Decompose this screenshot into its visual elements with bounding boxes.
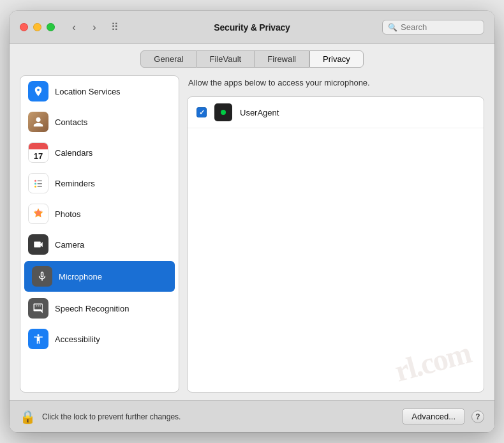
contacts-icon — [28, 112, 48, 132]
apps-list: ✓ UserAgent rl.com — [187, 96, 484, 393]
svg-point-1 — [34, 183, 36, 184]
reminders-label: Reminders — [55, 179, 95, 188]
search-input[interactable] — [401, 22, 478, 32]
sidebar-item-calendars[interactable]: 17 Calendars — [20, 137, 179, 168]
camera-icon — [28, 234, 48, 255]
sidebar-item-contacts[interactable]: Contacts — [20, 107, 179, 137]
tabs-bar: General FileVault Firewall Privacy — [10, 44, 494, 68]
tab-general[interactable]: General — [140, 50, 196, 68]
sidebar-item-accessibility[interactable]: Accessibility — [20, 324, 179, 354]
advanced-button[interactable]: Advanced... — [402, 409, 465, 424]
sidebar-item-speech[interactable]: Speech Recognition — [20, 293, 179, 324]
photos-icon — [28, 204, 48, 224]
minimize-button[interactable] — [33, 23, 41, 31]
watermark: rl.com — [391, 334, 474, 388]
tab-privacy[interactable]: Privacy — [309, 50, 364, 68]
camera-label: Camera — [55, 240, 84, 250]
svg-point-2 — [34, 186, 36, 188]
photos-label: Photos — [55, 209, 80, 219]
traffic-lights — [20, 23, 55, 31]
svg-rect-4 — [38, 183, 43, 184]
sidebar-item-photos[interactable]: Photos — [20, 199, 179, 229]
help-button[interactable]: ? — [471, 410, 484, 423]
lock-icon[interactable]: 🔒 — [20, 409, 36, 424]
svg-point-0 — [34, 180, 36, 182]
accessibility-label: Accessibility — [55, 334, 100, 344]
panel-description: Allow the apps below to access your micr… — [187, 75, 484, 90]
tab-filevault[interactable]: FileVault — [197, 50, 255, 68]
contacts-label: Contacts — [55, 117, 87, 127]
calendars-icon: 17 — [28, 142, 48, 163]
useragent-icon — [214, 103, 232, 121]
footer: 🔒 Click the lock to prevent further chan… — [10, 400, 494, 432]
nav-buttons: ‹ › — [65, 19, 103, 36]
maximize-button[interactable] — [47, 23, 55, 31]
forward-button[interactable]: › — [85, 19, 103, 36]
svg-rect-3 — [38, 181, 43, 182]
main-panel: Allow the apps below to access your micr… — [187, 75, 484, 393]
accessibility-icon — [28, 329, 48, 349]
speech-label: Speech Recognition — [55, 304, 129, 313]
grid-icon[interactable]: ⠿ — [111, 21, 119, 33]
content-area: Location Services Contacts 17 — [10, 68, 494, 400]
window-title: Security & Privacy — [214, 22, 290, 33]
sidebar-item-reminders[interactable]: Reminders — [20, 168, 179, 199]
sidebar-item-camera[interactable]: Camera — [20, 229, 179, 260]
calendars-label: Calendars — [55, 148, 93, 158]
footer-text: Click the lock to prevent further change… — [42, 412, 396, 421]
location-label: Location Services — [55, 87, 121, 96]
reminders-icon — [28, 173, 48, 193]
microphone-icon — [32, 266, 52, 287]
sidebar: Location Services Contacts 17 — [20, 75, 179, 393]
microphone-label: Microphone — [59, 272, 102, 282]
close-button[interactable] — [20, 23, 28, 31]
speech-icon — [28, 298, 48, 319]
svg-rect-5 — [38, 186, 43, 188]
table-row: ✓ UserAgent — [188, 97, 484, 128]
app-name: UserAgent — [240, 108, 279, 117]
search-box: 🔍 — [382, 20, 484, 34]
location-icon — [28, 81, 48, 101]
back-button[interactable]: ‹ — [65, 19, 83, 36]
titlebar: ‹ › ⠿ Security & Privacy 🔍 — [10, 11, 494, 44]
tab-firewall[interactable]: Firewall — [255, 50, 309, 68]
checkmark-icon: ✓ — [199, 109, 205, 116]
sidebar-item-location[interactable]: Location Services — [20, 76, 179, 107]
useragent-checkbox[interactable]: ✓ — [196, 107, 207, 117]
sidebar-item-microphone[interactable]: Microphone — [24, 261, 175, 292]
app-dot-icon — [221, 110, 226, 115]
main-window: ‹ › ⠿ Security & Privacy 🔍 General FileV… — [10, 11, 494, 432]
search-icon: 🔍 — [388, 23, 397, 32]
